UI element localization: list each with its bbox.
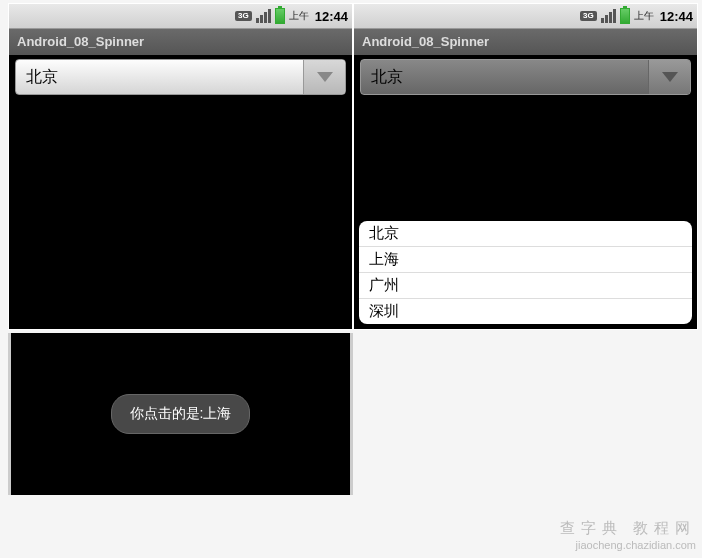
spinner-selected-label: 北京 bbox=[16, 67, 303, 88]
dropdown-option[interactable]: 深圳 bbox=[359, 299, 692, 324]
app-title: Android_08_Spinner bbox=[362, 34, 489, 49]
spinner-dropdown-button[interactable] bbox=[303, 60, 345, 94]
watermark-url: jiaocheng.chazidian.com bbox=[560, 538, 696, 552]
time-clock: 12:44 bbox=[660, 9, 693, 24]
watermark-chinese: 查字典 教程网 bbox=[560, 518, 696, 538]
spinner-selected-label: 北京 bbox=[361, 67, 648, 88]
spinner-dropdown-list: 北京 上海 广州 深圳 bbox=[359, 221, 692, 324]
status-bar: 3G 上午 12:44 bbox=[9, 4, 352, 29]
network-3g-icon: 3G bbox=[580, 11, 597, 21]
toast-text: 你点击的是:上海 bbox=[130, 405, 232, 421]
chevron-down-icon bbox=[317, 72, 333, 82]
app-title-bar: Android_08_Spinner bbox=[354, 29, 697, 55]
app-title: Android_08_Spinner bbox=[17, 34, 144, 49]
battery-icon bbox=[620, 8, 630, 24]
network-3g-icon: 3G bbox=[235, 11, 252, 21]
dropdown-option[interactable]: 上海 bbox=[359, 247, 692, 273]
spinner-dropdown-button[interactable] bbox=[648, 60, 690, 94]
app-title-bar: Android_08_Spinner bbox=[9, 29, 352, 55]
time-ampm: 上午 bbox=[289, 9, 309, 23]
chevron-down-icon bbox=[662, 72, 678, 82]
signal-bars-icon bbox=[256, 9, 271, 23]
signal-bars-icon bbox=[601, 9, 616, 23]
dropdown-option[interactable]: 广州 bbox=[359, 273, 692, 299]
phone-screen-toast: 你点击的是:上海 bbox=[8, 333, 353, 495]
spinner-pressed[interactable]: 北京 bbox=[360, 59, 691, 95]
battery-icon bbox=[275, 8, 285, 24]
dropdown-option[interactable]: 北京 bbox=[359, 221, 692, 247]
phone-screen-open: 3G 上午 12:44 Android_08_Spinner 北京 北京 上海 … bbox=[353, 3, 698, 330]
time-ampm: 上午 bbox=[634, 9, 654, 23]
time-clock: 12:44 bbox=[315, 9, 348, 24]
spinner[interactable]: 北京 bbox=[15, 59, 346, 95]
status-bar: 3G 上午 12:44 bbox=[354, 4, 697, 29]
watermark: 查字典 教程网 jiaocheng.chazidian.com bbox=[560, 518, 696, 552]
phone-screen-closed: 3G 上午 12:44 Android_08_Spinner 北京 bbox=[8, 3, 353, 330]
toast-message: 你点击的是:上海 bbox=[111, 394, 251, 434]
